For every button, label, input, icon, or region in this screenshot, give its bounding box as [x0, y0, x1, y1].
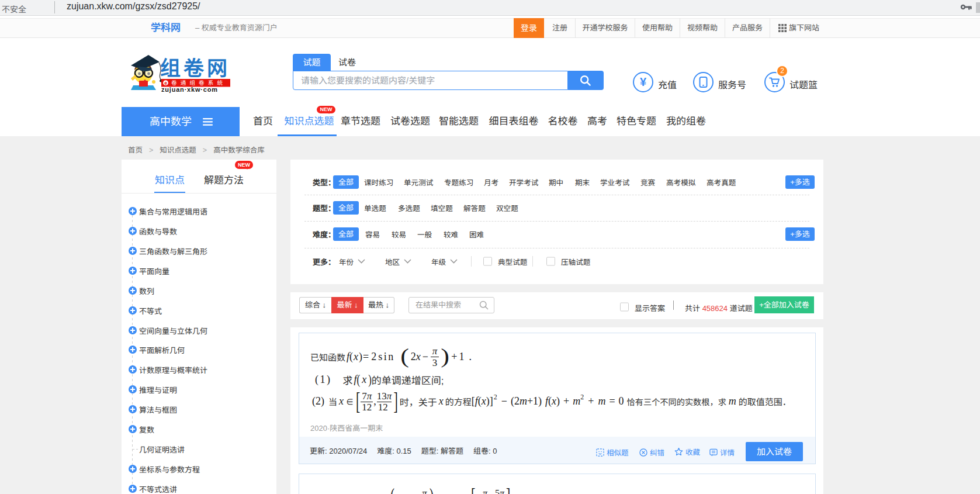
svg-text:zujuan·xkw·com: zujuan·xkw·com	[161, 86, 218, 93]
svg-text:组卷网: 组卷网	[160, 51, 230, 81]
svg-text:e: e	[164, 80, 167, 86]
